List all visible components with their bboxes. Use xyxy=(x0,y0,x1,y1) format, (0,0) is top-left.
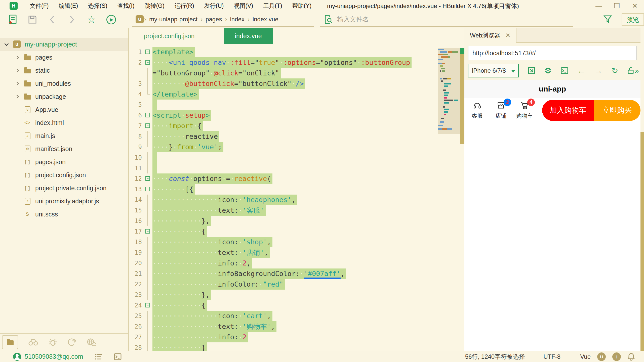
code-line-13[interactable]: 13−········[{ xyxy=(129,184,454,195)
account-avatar-icon[interactable] xyxy=(13,353,21,361)
fold-column[interactable]: − xyxy=(143,300,152,311)
chevron-right-icon[interactable] xyxy=(16,69,20,72)
code-line-16[interactable]: 16············}, xyxy=(129,216,454,226)
chevron-down-icon[interactable] xyxy=(5,42,9,46)
maximize-button[interactable]: ❐ xyxy=(608,0,626,12)
tree-root-project[interactable]: u my-uniapp-project xyxy=(0,38,128,51)
code-line-2[interactable]: 2−····<uni-goods-nav·:fill="true"·:optio… xyxy=(129,57,454,68)
code-line-21[interactable]: 21················infoBackgroundColor:·'… xyxy=(129,268,454,279)
code-line-18[interactable]: 18················icon:·'shop', xyxy=(129,237,454,247)
fold-column[interactable]: − xyxy=(143,184,152,195)
menu-运行[interactable]: 运行(R) xyxy=(170,1,199,11)
tree-item-manifest.json[interactable]: ⚙manifest.json xyxy=(0,142,128,155)
buy-now-button[interactable]: 立即购买 xyxy=(594,100,640,121)
code-line-27[interactable]: 27················info:·2 xyxy=(129,332,454,342)
code-line-7[interactable]: 7−····import·{ xyxy=(129,121,454,131)
code-line-5[interactable]: 5 xyxy=(129,100,454,110)
chevron-right-icon[interactable] xyxy=(16,95,20,98)
fold-column[interactable]: − xyxy=(143,173,152,184)
breadcrumb-item[interactable]: index xyxy=(230,16,245,23)
editor-tab-project.config.json[interactable]: project.config.json xyxy=(133,28,206,44)
tree-item-main.js[interactable]: Jmain.js xyxy=(0,129,128,142)
device-select[interactable]: iPhone 6/7/8 xyxy=(468,64,519,77)
menu-编辑[interactable]: 编辑(E) xyxy=(54,1,83,11)
url-input[interactable] xyxy=(468,46,637,60)
goods-nav-item-客服[interactable]: 客服 xyxy=(469,101,486,124)
tree-item-static[interactable]: static xyxy=(0,64,128,77)
tree-item-pages.json[interactable]: [ ]pages.json xyxy=(0,155,128,168)
menu-选择[interactable]: 选择(S) xyxy=(83,1,112,11)
close-tab-icon[interactable]: ✕ xyxy=(505,32,510,39)
search-binoculars-icon[interactable] xyxy=(28,338,38,346)
code-line-20[interactable]: 20················info:·2, xyxy=(129,258,454,268)
code-line-3[interactable]: 3········@buttonClick="buttonClick"·/> xyxy=(129,78,454,89)
fold-column[interactable]: − xyxy=(143,226,152,237)
tree-item-uni_modules[interactable]: uni_modules xyxy=(0,77,128,90)
code-line-22[interactable]: 22················infoColor:·"red" xyxy=(129,279,454,290)
code-line-14[interactable]: 14················icon:·'headphones', xyxy=(129,195,454,205)
files-tab[interactable] xyxy=(2,335,18,349)
breadcrumb-item[interactable]: my-uniapp-project xyxy=(149,16,197,23)
code-line-6[interactable]: 6−<script·setup> xyxy=(129,110,454,121)
menu-视图[interactable]: 视图(V) xyxy=(229,1,258,11)
breadcrumb[interactable]: u ›my-uniapp-project›pages›index›index.v… xyxy=(132,12,314,27)
editor-tab-index.vue[interactable]: index.vue xyxy=(224,28,273,44)
code-line-12[interactable]: 12−····const·options·=·reactive( xyxy=(129,173,454,184)
code-line-4[interactable]: 4</template> xyxy=(129,89,454,100)
debug-bug-icon[interactable] xyxy=(48,338,57,346)
menu-跳转[interactable]: 跳转(G) xyxy=(139,1,169,11)
goods-nav-item-店铺[interactable]: 2店铺 xyxy=(493,101,509,124)
tree-item-project.private.config.json[interactable]: [ ]project.private.config.json xyxy=(0,182,128,195)
outline-list-icon[interactable] xyxy=(95,353,102,360)
breadcrumb-item[interactable]: index.vue xyxy=(253,16,278,23)
filetype-indicator[interactable]: Vue xyxy=(580,353,591,360)
new-file-icon[interactable] xyxy=(6,14,20,26)
tree-item-pages[interactable]: pages xyxy=(0,51,128,64)
terminal-icon[interactable] xyxy=(114,353,122,360)
code-line-26[interactable]: 26················text:·'购物车', xyxy=(129,321,454,332)
preview-scrollbar[interactable] xyxy=(640,132,644,362)
code-line-9[interactable]: 9····}·from·'vue'; xyxy=(129,142,454,152)
code-line-17[interactable]: 17−············{ xyxy=(129,226,454,237)
nav-back-icon[interactable]: ← xyxy=(577,66,585,75)
code-line-1[interactable]: 1−<template> xyxy=(129,47,454,57)
refresh-icon[interactable]: ↻ xyxy=(612,66,618,75)
unlock-icon[interactable] xyxy=(627,67,634,74)
close-button[interactable]: ✕ xyxy=(626,0,644,12)
encoding-indicator[interactable]: UTF-8 xyxy=(543,353,560,360)
uni-chat-icon[interactable]: u xyxy=(597,352,606,361)
menu-工具[interactable]: 工具(T) xyxy=(258,1,287,11)
tree-item-unpackage[interactable]: unpackage xyxy=(0,90,128,103)
code-line-10[interactable]: 10 xyxy=(129,152,454,163)
account-email[interactable]: 510509083@qq.com xyxy=(25,353,83,360)
code-area[interactable]: 1−<template>2−····<uni-goods-nav·:fill="… xyxy=(129,47,454,351)
download-update-icon[interactable]: ↓ xyxy=(612,352,621,361)
fold-column[interactable]: − xyxy=(143,57,152,68)
code-line-11[interactable]: 11 xyxy=(129,163,454,173)
menu-发行[interactable]: 发行(U) xyxy=(199,1,229,11)
fold-column[interactable]: − xyxy=(143,110,152,121)
open-external-icon[interactable] xyxy=(528,67,535,74)
preview-button[interactable]: 预览 xyxy=(622,13,644,26)
web-browser-tab[interactable]: Web浏览器 ✕ xyxy=(464,28,516,43)
tree-item-uni.promisify.adaptor.js[interactable]: Juni.promisify.adaptor.js xyxy=(0,195,128,208)
tree-item-uni.scss[interactable]: Suni.scss xyxy=(0,208,128,221)
fold-column[interactable]: − xyxy=(143,47,152,57)
chevron-right-icon[interactable] xyxy=(16,82,20,85)
minimize-button[interactable]: — xyxy=(590,0,608,12)
nav-forward-icon[interactable]: → xyxy=(594,66,602,75)
publish-icon[interactable] xyxy=(67,338,76,346)
run-icon[interactable]: ▶ xyxy=(104,14,118,26)
fold-column[interactable]: − xyxy=(143,121,152,131)
menu-查找[interactable]: 查找(I) xyxy=(112,1,140,11)
code-line-19[interactable]: 19················text:·'店铺', xyxy=(129,247,454,258)
code-line-28[interactable]: 28············} xyxy=(129,342,454,351)
code-line-24[interactable]: 24−············{ xyxy=(129,300,454,311)
save-icon[interactable] xyxy=(26,14,39,26)
code-line-23[interactable]: 23············}, xyxy=(129,290,454,300)
search-input[interactable] xyxy=(337,15,538,23)
favorite-star-icon[interactable]: ☆ xyxy=(85,14,98,26)
web-cloud-icon[interactable] xyxy=(87,338,96,346)
more-chevrons-icon[interactable]: » xyxy=(635,66,639,75)
tree-item-project.config.json[interactable]: [ ]project.config.json xyxy=(0,168,128,182)
